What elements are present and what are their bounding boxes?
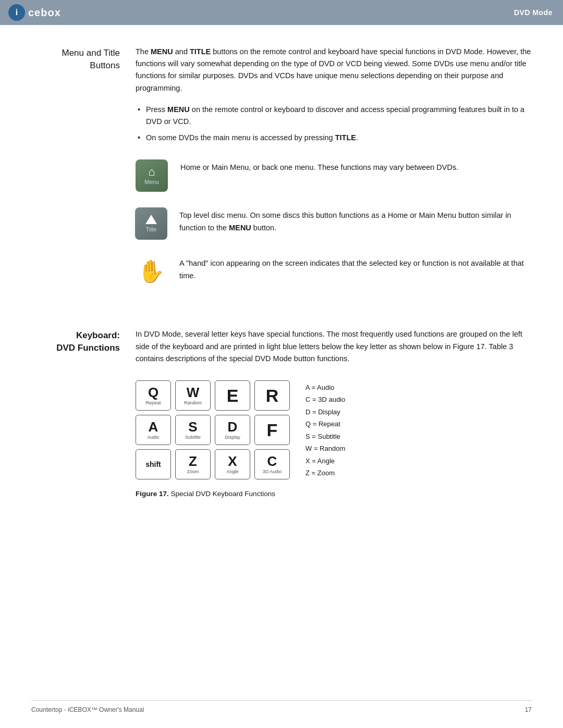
key-W-sub: Random bbox=[184, 400, 202, 405]
figure-caption: Figure 17. Special DVD Keyboard Function… bbox=[136, 490, 532, 498]
menu-title-body: The MENU and TITLE buttons on the remote… bbox=[136, 46, 532, 302]
hand-visual: ✋ bbox=[136, 255, 167, 287]
menu-btn-desc: Home or Main Menu, or back one menu. The… bbox=[180, 159, 458, 174]
figure-desc: Special DVD Keyboard Functions bbox=[171, 490, 275, 498]
key-C-letter: C bbox=[267, 454, 277, 468]
key-A-sub: Audio bbox=[147, 435, 159, 440]
logo-area: i cebox bbox=[8, 4, 61, 21]
bullet-item-2: On some DVDs the main menu is accessed b… bbox=[136, 132, 532, 144]
title-button-illustration: Title Top level disc menu. On some discs… bbox=[136, 207, 532, 240]
title-btn-label: Title bbox=[146, 226, 156, 232]
menu-btn-label: Menu bbox=[144, 179, 159, 185]
key-Z-sub: Zoom bbox=[187, 469, 199, 474]
section-title-line2: Buttons bbox=[90, 60, 120, 70]
footer-page-number: 17 bbox=[525, 706, 532, 713]
keyboard-section: Keyboard: DVD Functions In DVD Mode, sev… bbox=[31, 328, 532, 513]
logo-text: cebox bbox=[28, 7, 61, 19]
logo-icon: i bbox=[8, 4, 25, 21]
legend-item-3: Q = Repeat bbox=[305, 419, 345, 429]
home-icon: ⌂ bbox=[148, 166, 155, 178]
legend-item-4: S = Subtitle bbox=[305, 431, 345, 442]
key-C[interactable]: C 3D Audio bbox=[254, 449, 290, 479]
figure-number: Figure 17. bbox=[136, 490, 169, 498]
key-R-letter: R bbox=[266, 387, 279, 404]
page-header: i cebox DVD Mode bbox=[0, 0, 563, 25]
key-F[interactable]: F bbox=[254, 415, 290, 445]
title-btn-box: Title bbox=[135, 207, 167, 240]
key-D[interactable]: D Display bbox=[215, 415, 250, 445]
dvd-mode-label: DVD Mode bbox=[514, 8, 553, 17]
keyboard-title-line1: Keyboard: bbox=[76, 330, 120, 340]
bullet-item-1: Press MENU on the remote control or keyb… bbox=[136, 104, 532, 128]
key-R[interactable]: R bbox=[254, 380, 290, 411]
key-shift-letter: shift bbox=[145, 461, 161, 468]
keyboard-body: In DVD Mode, several letter keys have sp… bbox=[136, 328, 532, 513]
key-Q-sub: Repeat bbox=[145, 400, 161, 405]
key-grid: Q Repeat W Random E R A bbox=[136, 380, 290, 479]
key-X-sub: Angle bbox=[226, 469, 238, 474]
key-X[interactable]: X Angle bbox=[215, 449, 250, 479]
key-shift[interactable]: shift bbox=[136, 449, 171, 479]
bullet-list: Press MENU on the remote control or keyb… bbox=[136, 104, 532, 144]
key-Z-letter: Z bbox=[189, 454, 197, 468]
keyboard-title-col: Keyboard: DVD Functions bbox=[31, 328, 136, 513]
hand-icon: ✋ bbox=[138, 258, 165, 284]
legend-item-7: Z = Zoom bbox=[305, 468, 345, 478]
key-S-sub: Subtitle bbox=[185, 435, 201, 440]
keyboard-body-text: In DVD Mode, several letter keys have sp… bbox=[136, 328, 532, 365]
key-E[interactable]: E bbox=[215, 380, 250, 411]
keyboard-title-line2: DVD Functions bbox=[56, 343, 120, 353]
triangle-icon bbox=[145, 215, 157, 224]
footer-left: Countertop - iCEBOX™ Owner's Manual bbox=[31, 706, 144, 713]
title-btn-desc: Top level disc menu. On some discs this … bbox=[179, 207, 532, 233]
hand-icon-box: ✋ bbox=[136, 255, 167, 287]
hand-illustration: ✋ A "hand" icon appearing on the screen … bbox=[136, 255, 532, 287]
legend-item-6: X = Angle bbox=[305, 456, 345, 466]
section-title-col: Menu and Title Buttons bbox=[31, 46, 136, 302]
key-A-letter: A bbox=[149, 420, 158, 434]
key-E-letter: E bbox=[227, 387, 239, 404]
main-content: Menu and Title Buttons The MENU and TITL… bbox=[0, 25, 563, 560]
key-W[interactable]: W Random bbox=[175, 380, 211, 411]
key-legend: A = Audio C = 3D audio D = Display Q = R… bbox=[305, 380, 345, 478]
menu-button-illustration: ⌂ Menu Home or Main Menu, or back one me… bbox=[136, 159, 532, 192]
key-S-letter: S bbox=[188, 420, 197, 434]
key-D-sub: Display bbox=[225, 435, 240, 440]
key-Z[interactable]: Z Zoom bbox=[175, 449, 211, 479]
legend-item-2: D = Display bbox=[305, 407, 345, 417]
key-C-sub: 3D Audio bbox=[263, 469, 282, 474]
title-button-visual: Title bbox=[136, 207, 167, 240]
legend-item-0: A = Audio bbox=[305, 382, 345, 393]
menu-btn-box: ⌂ Menu bbox=[136, 159, 168, 192]
key-S[interactable]: S Subtitle bbox=[175, 415, 211, 445]
keyboard-section-title: Keyboard: DVD Functions bbox=[31, 329, 120, 354]
legend-item-5: W = Random bbox=[305, 443, 345, 454]
legend-item-1: C = 3D audio bbox=[305, 394, 345, 405]
key-D-letter: D bbox=[228, 420, 238, 434]
logo-letter: i bbox=[16, 8, 18, 17]
key-W-letter: W bbox=[187, 386, 200, 399]
intro-text: The MENU and TITLE buttons on the remote… bbox=[136, 46, 532, 94]
menu-title-section: Menu and Title Buttons The MENU and TITL… bbox=[31, 46, 532, 302]
page-footer: Countertop - iCEBOX™ Owner's Manual 17 bbox=[31, 700, 532, 713]
keyboard-diagram: Q Repeat W Random E R A bbox=[136, 380, 532, 479]
key-A[interactable]: A Audio bbox=[136, 415, 171, 445]
key-X-letter: X bbox=[228, 454, 237, 468]
key-Q-letter: Q bbox=[148, 386, 158, 399]
section-title-line1: Menu and Title bbox=[62, 48, 120, 58]
menu-button-visual: ⌂ Menu bbox=[136, 159, 168, 192]
key-Q[interactable]: Q Repeat bbox=[136, 380, 171, 411]
hand-desc: A "hand" icon appearing on the screen in… bbox=[179, 255, 532, 281]
section-title: Menu and Title Buttons bbox=[31, 47, 120, 72]
key-F-letter: F bbox=[267, 421, 278, 439]
